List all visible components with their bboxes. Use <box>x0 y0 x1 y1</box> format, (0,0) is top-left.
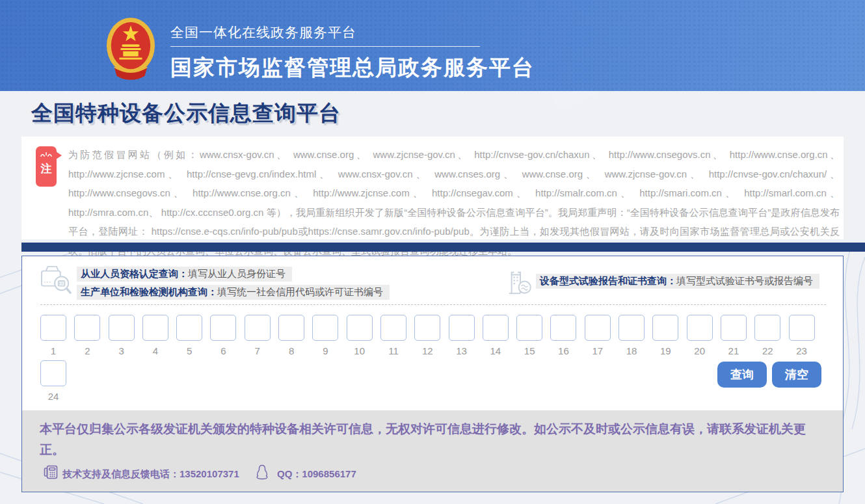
anti-fake-notice-card: 注 为防范假冒网站（例如：www.cnsx-gov.cn、 www.cnse.o… <box>21 137 844 239</box>
code-input-cell: 22 <box>754 315 780 356</box>
national-emblem-icon <box>105 16 156 83</box>
qq-icon <box>256 464 269 483</box>
code-input-cell: 24 <box>40 360 66 402</box>
support-phone-label: 技术支持及信息反馈电话： <box>62 468 180 479</box>
personnel-query-label: 从业人员资格认定查询： <box>81 268 188 279</box>
code-input-number: 7 <box>255 345 260 356</box>
code-input-cell: 8 <box>278 315 304 356</box>
site-header: 全国一体化在线政务服务平台 国家市场监督管理总局政务服务平台 <box>0 0 865 91</box>
code-input-number: 8 <box>289 345 294 356</box>
code-input-number: 14 <box>490 345 501 356</box>
code-input-number: 24 <box>48 391 59 402</box>
code-input-cell: 14 <box>483 315 509 356</box>
code-input-grid: 123456789101112131415161718192021222324 <box>40 315 816 402</box>
type-test-query-line: 设备型式试验报告和证书查询：填写型式试验证书号或报告编号 <box>536 274 819 289</box>
phone-icon <box>44 465 59 482</box>
dashed-separator <box>40 304 826 305</box>
package-search-icon <box>40 265 72 297</box>
code-input-number: 6 <box>220 345 226 356</box>
code-input-box-19[interactable] <box>652 315 678 341</box>
code-input-number: 12 <box>422 345 433 356</box>
code-input-cell: 7 <box>245 315 271 356</box>
code-input-cell: 15 <box>516 315 542 356</box>
code-input-number: 20 <box>694 345 705 356</box>
code-input-number: 2 <box>85 345 90 356</box>
code-input-number: 4 <box>153 345 158 356</box>
code-input-cell: 19 <box>652 315 678 356</box>
query-panel: 从业人员资格认定查询：填写从业人员身份证号 生产单位和检验检测机构查询：填写统一… <box>21 256 844 492</box>
code-input-box-1[interactable] <box>40 315 66 341</box>
code-input-box-8[interactable] <box>278 315 304 341</box>
code-input-box-23[interactable] <box>789 315 815 341</box>
support-phone-number: 13520107371 <box>180 468 239 479</box>
building-report-icon <box>507 269 534 298</box>
code-input-number: 15 <box>524 345 535 356</box>
code-input-box-6[interactable] <box>210 315 236 341</box>
code-input-number: 18 <box>626 345 637 356</box>
code-input-box-24[interactable] <box>40 360 66 386</box>
search-button[interactable]: 查询 <box>717 362 767 388</box>
code-input-box-18[interactable] <box>619 315 645 341</box>
personnel-query-line: 从业人员资格认定查询：填写从业人员身份证号 <box>77 267 292 282</box>
code-input-number: 5 <box>187 345 192 356</box>
notice-badge-icon: 注 <box>36 146 57 187</box>
code-input-cell: 17 <box>585 315 611 356</box>
left-query-info: 从业人员资格认定查询：填写从业人员身份证号 生产单位和检验检测机构查询：填写统一… <box>77 267 390 300</box>
header-subtitle: 全国一体化在线政务服务平台 <box>170 23 535 42</box>
code-input-number: 11 <box>388 345 399 356</box>
code-input-box-14[interactable] <box>483 315 509 341</box>
code-input-number: 1 <box>51 345 56 356</box>
code-input-cell: 9 <box>312 315 338 356</box>
code-input-number: 21 <box>728 345 739 356</box>
code-input-cell: 11 <box>380 315 406 356</box>
header-title: 国家市场监督管理总局政务服务平台 <box>170 53 535 83</box>
panel-footer: 本平台仅归集公示各级发证机关颁发的特种设备相关许可信息，无权对许可信息进行修改。… <box>22 410 843 492</box>
type-test-query-label: 设备型式试验报告和证书查询： <box>540 275 676 286</box>
code-input-cell: 12 <box>414 315 440 356</box>
header-underline <box>170 46 480 47</box>
support-qq-number: 1096856177 <box>302 468 356 479</box>
code-input-cell: 13 <box>449 315 475 356</box>
code-input-number: 22 <box>762 345 773 356</box>
code-input-box-17[interactable] <box>585 315 611 341</box>
code-input-number: 23 <box>796 345 807 356</box>
notice-badge-label: 注 <box>41 161 52 176</box>
code-input-box-7[interactable] <box>245 315 271 341</box>
code-input-cell: 6 <box>210 315 236 356</box>
code-input-box-3[interactable] <box>109 315 135 341</box>
notice-badge-arrow <box>56 152 62 159</box>
code-input-number: 10 <box>354 345 365 356</box>
code-input-box-4[interactable] <box>142 315 168 341</box>
code-input-box-11[interactable] <box>380 315 406 341</box>
unit-query-label: 生产单位和检验检测机构查询： <box>81 286 217 297</box>
code-input-box-13[interactable] <box>449 315 475 341</box>
code-input-number: 9 <box>323 345 328 356</box>
clear-button[interactable]: 清空 <box>772 362 821 388</box>
special-equipment-query-page: 全国一体化在线政务服务平台 国家市场监督管理总局政务服务平台 全国特种设备公示信… <box>0 0 865 504</box>
code-input-box-20[interactable] <box>687 315 713 341</box>
personnel-query-hint: 填写从业人员身份证号 <box>188 268 286 279</box>
code-input-number: 19 <box>660 345 671 356</box>
code-input-cell: 5 <box>176 315 202 356</box>
code-input-box-12[interactable] <box>414 315 440 341</box>
code-input-cell: 4 <box>142 315 168 356</box>
support-phone: 技术支持及信息反馈电话：13520107371 <box>62 468 239 481</box>
code-input-box-9[interactable] <box>312 315 338 341</box>
type-test-query-hint: 填写型式试验证书号或报告编号 <box>676 275 813 286</box>
support-qq: QQ：1096856177 <box>277 468 356 481</box>
code-input-box-16[interactable] <box>550 315 576 341</box>
code-input-cell: 10 <box>347 315 373 356</box>
page-title: 全国特种设备公示信息查询平台 <box>31 99 341 128</box>
code-input-number: 13 <box>456 345 467 356</box>
code-input-box-10[interactable] <box>347 315 373 341</box>
code-input-box-15[interactable] <box>516 315 542 341</box>
code-input-box-21[interactable] <box>721 315 747 341</box>
code-input-cell: 20 <box>687 315 713 356</box>
code-input-cell: 1 <box>40 315 66 356</box>
code-input-box-22[interactable] <box>754 315 780 341</box>
divider-bar <box>21 243 865 252</box>
code-input-box-2[interactable] <box>74 315 100 341</box>
code-input-box-5[interactable] <box>176 315 202 341</box>
code-input-number: 3 <box>118 345 124 356</box>
code-input-cell: 2 <box>74 315 100 356</box>
